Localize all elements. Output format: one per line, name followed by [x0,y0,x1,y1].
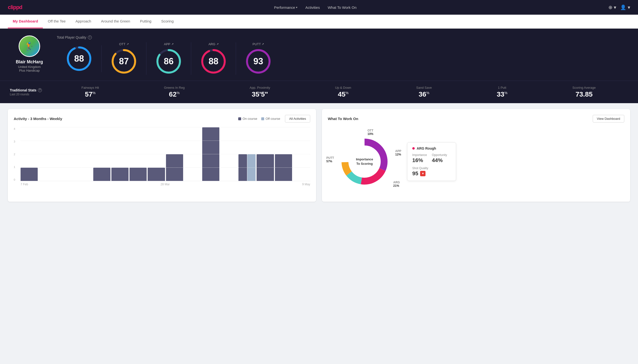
bar-group [39,127,56,181]
y-label-3: 3 [14,140,19,143]
bar-group [21,127,38,181]
nav-performance[interactable]: Performance ▾ [274,6,297,10]
y-label-0: 0 [14,178,19,181]
bar-group [129,127,147,181]
stat-app-proximity: App. Proximity 35'5" [250,86,270,98]
scores-section: Total Player Quality ? 88 [57,36,628,75]
nav-what-to-work-on[interactable]: What To Work On [328,6,356,10]
legend-on-course: On course [238,117,257,120]
tab-approach[interactable]: Approach [71,15,96,28]
bar-on-course [111,168,129,181]
tab-scoring[interactable]: Scoring [156,15,178,28]
bar-group [166,127,183,181]
bar-group [257,127,274,181]
metric-opportunity: Opportunity 44% [432,153,447,164]
info-card: ARG Rough Importance 16% Opportunity 44%… [407,142,456,181]
x-label-2: 9 May [302,182,310,186]
bar-on-course [257,154,274,181]
info-metrics: Importance 16% Opportunity 44% [412,153,451,164]
all-activities-button[interactable]: All Activities [285,115,310,122]
view-dashboard-button[interactable]: View Dashboard [593,115,624,122]
bar-on-course [166,154,183,181]
stat-up-and-down: Up & Down 45% [335,86,351,98]
tab-my-dashboard[interactable]: My Dashboard [8,15,43,28]
player-country: United Kingdom [18,65,41,69]
stat-sand-save: Sand Save 36% [416,86,432,98]
bar-group [111,127,129,181]
stats-label-group: Traditional Stats ? Last 20 rounds [10,88,49,96]
player-info: 🏌️ Blair McHarg United Kingdom Plus Hand… [10,36,49,72]
donut-label-arg: ARG 21% [393,181,400,188]
player-name: Blair McHarg [16,60,43,64]
tpq-label: Total Player Quality ? [57,36,628,39]
bar-group [220,127,238,181]
info-dot [412,147,415,150]
gauge-circle-arg: 88 [200,48,227,75]
stats-items: Fairways Hit 57% Greens In Reg 62% App. … [49,86,628,98]
donut-center: ImportanceTo Scoring [356,157,373,166]
arrow-up-icon-putt: ↗ [262,42,264,46]
gauge-overall: 88 [57,45,102,72]
info-card-title: ARG Rough [412,146,451,150]
help-icon[interactable]: ? [88,36,92,39]
stats-bar: Traditional Stats ? Last 20 rounds Fairw… [0,81,638,103]
wtwon-card-header: What To Work On View Dashboard [328,115,624,122]
gauge-app: APP ↗ 86 [146,42,191,75]
arrow-up-icon-arg: ↗ [217,42,219,46]
top-nav: clippd Performance ▾ Activities What To … [0,0,638,15]
gauge-circle-app: 86 [155,48,182,75]
y-label-4: 4 [14,127,19,130]
gauge-circle-ott: 87 [110,48,137,75]
arrow-up-icon: ↗ [127,42,129,46]
bar-group [93,127,110,181]
gauge-ott: OTT ↗ 87 [102,42,146,75]
gauge-label-putt: PUTT ↗ [253,42,264,46]
bar-on-course [21,168,38,181]
gauge-value-ott: 87 [119,56,129,66]
x-label-0: 7 Feb [21,182,28,186]
wtwon-card: What To Work On View Dashboard Impor [322,109,630,202]
bar-on-course [148,168,165,181]
donut-label-app: APP 12% [395,149,401,156]
gauge-value-putt: 93 [253,56,263,66]
donut-container: ImportanceTo Scoring OTT 10% APP 12% ARG… [328,127,401,196]
bar-on-course [239,154,247,181]
gauge-circle-overall: 88 [66,45,93,72]
wtwon-content: ImportanceTo Scoring OTT 10% APP 12% ARG… [328,127,624,196]
legend-off-course: Off course [261,117,280,120]
tab-around-the-green[interactable]: Around the Green [96,15,135,28]
nav-links: Performance ▾ Activities What To Work On [274,6,356,10]
bar-group [275,127,292,181]
tab-putting[interactable]: Putting [135,15,156,28]
bar-group [293,127,310,181]
gauge-putt: PUTT ↗ 93 [236,42,281,75]
y-label-2: 2 [14,153,19,156]
gauge-value-arg: 88 [208,56,218,66]
gauge-label-arg: ARG ↗ [208,42,218,46]
donut-label-putt: PUTT 57% [326,156,334,163]
bar-group [184,127,201,181]
bar-group [57,127,74,181]
score-gauges: 88 OTT ↗ 87 [57,42,628,75]
tabs-bar: My Dashboard Off the Tee Approach Around… [0,15,638,28]
bar-on-course [202,127,219,181]
user-menu-button[interactable]: 👤 ▾ [620,4,630,10]
nav-right: ⊕ ▾ 👤 ▾ [608,4,630,10]
gauge-value-app: 86 [164,56,173,66]
nav-activities[interactable]: Activities [305,6,320,10]
player-handicap: Plus Handicap [19,69,40,72]
bar-group [239,127,256,181]
gauge-label-app: APP ↗ [164,42,173,46]
stat-greens-in-reg: Greens In Reg 62% [164,86,185,98]
arrow-up-icon-app: ↗ [171,42,173,46]
bar-group [202,127,219,181]
metric-shot-quality: Shot Quality 95 ▼ [412,166,428,177]
add-button[interactable]: ⊕ ▾ [608,4,616,10]
legend-dot-on-course [238,117,241,120]
tab-off-the-tee[interactable]: Off the Tee [43,15,71,28]
donut-label-ott: OTT 10% [367,129,373,136]
activity-card-header: Activity - 3 Months - Weekly On course O… [14,115,310,122]
stats-help-icon[interactable]: ? [38,88,42,92]
stat-fairways-hit: Fairways Hit 57% [82,86,99,98]
bar-on-course [129,168,147,181]
